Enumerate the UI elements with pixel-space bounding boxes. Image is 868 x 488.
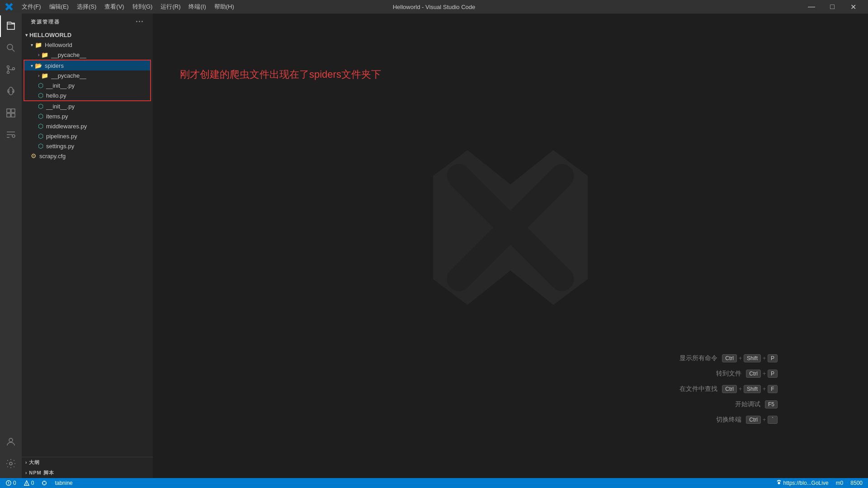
spiders-hello-file[interactable]: ⬡ hello.py bbox=[24, 90, 150, 100]
shortcut-label-1: 转到文件 bbox=[687, 370, 741, 378]
file-icon: ⬡ bbox=[38, 103, 43, 110]
npm-panel-header[interactable]: › NPM 脚本 bbox=[22, 468, 153, 478]
svg-point-15 bbox=[778, 482, 780, 484]
shortcut-keys-3: F5 bbox=[765, 400, 778, 408]
menu-terminal[interactable]: 终端(I) bbox=[185, 2, 209, 12]
plus-3: + bbox=[739, 386, 742, 392]
status-sync[interactable] bbox=[39, 480, 49, 486]
status-tabnine[interactable]: tabnine bbox=[53, 480, 74, 486]
shortcut-label-2: 在文件中查找 bbox=[663, 385, 717, 393]
maximize-button[interactable]: □ bbox=[822, 0, 843, 14]
activity-debug[interactable] bbox=[0, 80, 22, 102]
status-ln[interactable]: m0 bbox=[834, 480, 845, 486]
init-file[interactable]: ⬡ __init__.py bbox=[22, 101, 153, 111]
plus-4: + bbox=[763, 386, 766, 392]
key-shift-0: Shift bbox=[744, 354, 761, 362]
key-ctrl-2: Ctrl bbox=[722, 385, 737, 393]
spiders-pycache-label: __pycache__ bbox=[51, 72, 86, 79]
spiders-hello-label: hello.py bbox=[46, 92, 66, 99]
scrapy-cfg-file[interactable]: ⚙ scrapy.cfg bbox=[22, 151, 153, 161]
pipelines-label: pipelines.py bbox=[46, 133, 77, 140]
shortcut-row-4: 切换终端 Ctrl + ` bbox=[663, 416, 778, 424]
folder-icon: 📁 bbox=[41, 72, 48, 79]
spiders-init-file[interactable]: ⬡ __init__.py bbox=[24, 80, 150, 90]
svg-point-10 bbox=[9, 462, 12, 465]
port-label: 8500 bbox=[850, 480, 863, 486]
items-file[interactable]: ⬡ items.py bbox=[22, 111, 153, 121]
file-icon: ⬡ bbox=[38, 142, 43, 150]
chevron-right-icon: › bbox=[25, 470, 27, 475]
npm-label: NPM 脚本 bbox=[29, 469, 54, 476]
ln-label: m0 bbox=[836, 480, 844, 486]
shortcuts-panel: 显示所有命令 Ctrl + Shift + P 转到文件 Ctrl + bbox=[663, 354, 778, 424]
close-button[interactable]: ✕ bbox=[843, 0, 863, 14]
svg-point-8 bbox=[12, 135, 15, 137]
shortcut-row-0: 显示所有命令 Ctrl + Shift + P bbox=[663, 354, 778, 362]
sidebar-more-button[interactable]: ··· bbox=[136, 17, 144, 27]
menu-view[interactable]: 查看(V) bbox=[101, 2, 127, 12]
menu-help[interactable]: 帮助(H) bbox=[211, 2, 238, 12]
middlewares-file[interactable]: ⬡ middlewares.py bbox=[22, 121, 153, 131]
svg-point-1 bbox=[7, 66, 9, 68]
files-icon bbox=[6, 21, 17, 32]
file-icon: ⬡ bbox=[38, 92, 43, 99]
status-bar: 0 0 tabnine https://blo...GoLive bbox=[0, 478, 868, 488]
svg-point-2 bbox=[7, 71, 9, 74]
title-bar: 文件(F) 编辑(E) 选择(S) 查看(V) 转到(G) 运行(R) 终端(I… bbox=[0, 0, 868, 14]
menu-edit[interactable]: 编辑(E) bbox=[46, 2, 72, 12]
activity-remote[interactable] bbox=[0, 124, 22, 145]
sidebar-panels: › 大纲 › NPM 脚本 bbox=[22, 457, 153, 478]
activity-source-control[interactable] bbox=[0, 59, 22, 80]
root-label: HELLOWORLD bbox=[29, 32, 71, 38]
settings-file[interactable]: ⬡ settings.py bbox=[22, 141, 153, 151]
activity-settings[interactable] bbox=[0, 453, 22, 474]
explorer-content: ▾ HELLOWORLD ▾ 📁 Helloworld › 📁 __pycach… bbox=[22, 30, 153, 457]
shortcut-row-3: 开始调试 F5 bbox=[663, 400, 778, 408]
key-backtick-4: ` bbox=[768, 416, 778, 424]
account-icon bbox=[5, 436, 16, 447]
tabnine-label: tabnine bbox=[55, 480, 72, 486]
plus-2: + bbox=[763, 371, 766, 377]
vscode-bg-logo bbox=[425, 142, 596, 314]
chevron-right-icon: › bbox=[38, 73, 39, 78]
annotation-text: 刚才创建的爬虫文件出现在了spiders文件夹下 bbox=[180, 68, 381, 81]
sidebar-header: 资源管理器 ··· bbox=[22, 14, 153, 30]
window-controls: — □ ✕ bbox=[801, 0, 863, 14]
folder-open-icon: 📂 bbox=[35, 62, 42, 69]
svg-rect-4 bbox=[7, 109, 10, 113]
source-control-icon bbox=[5, 64, 16, 75]
helloworld-root-header[interactable]: ▾ HELLOWORLD bbox=[22, 30, 153, 40]
outline-panel-header[interactable]: › 大纲 bbox=[22, 457, 153, 468]
activity-explorer[interactable] bbox=[0, 15, 22, 37]
pipelines-file[interactable]: ⬡ pipelines.py bbox=[22, 131, 153, 141]
shortcut-label-3: 开始调试 bbox=[706, 400, 760, 408]
activity-extensions[interactable] bbox=[0, 102, 22, 124]
spiders-pycache-folder[interactable]: › 📁 __pycache__ bbox=[24, 70, 150, 80]
activity-search[interactable] bbox=[0, 37, 22, 59]
menu-run[interactable]: 运行(R) bbox=[157, 2, 184, 12]
spiders-label: spiders bbox=[45, 62, 64, 69]
activity-account[interactable] bbox=[0, 431, 22, 453]
helloworld-folder[interactable]: ▾ 📁 Helloworld bbox=[22, 40, 153, 50]
menu-goto[interactable]: 转到(G) bbox=[129, 2, 156, 12]
activity-bottom bbox=[0, 431, 22, 478]
spiders-folder[interactable]: ▾ 📂 spiders bbox=[24, 61, 150, 70]
menu-select[interactable]: 选择(S) bbox=[73, 2, 100, 12]
welcome-screen: 刚才创建的爬虫文件出现在了spiders文件夹下 显示所有命令 Ctrl + S… bbox=[153, 14, 868, 478]
svg-point-0 bbox=[7, 44, 13, 50]
shortcut-keys-2: Ctrl + Shift + F bbox=[722, 385, 778, 393]
error-icon bbox=[5, 480, 12, 486]
vscode-watermark bbox=[425, 142, 596, 315]
pycache-root-folder[interactable]: › 📁 __pycache__ bbox=[22, 50, 153, 60]
status-warnings[interactable]: 0 bbox=[22, 480, 36, 486]
helloworld-label: Helloworld bbox=[45, 42, 72, 48]
status-errors[interactable]: 0 bbox=[4, 480, 18, 486]
shortcut-row-2: 在文件中查找 Ctrl + Shift + F bbox=[663, 385, 778, 393]
svg-rect-6 bbox=[7, 113, 10, 117]
status-port[interactable]: 8500 bbox=[849, 480, 864, 486]
key-ctrl-0: Ctrl bbox=[722, 354, 737, 362]
broadcast-icon bbox=[776, 480, 782, 486]
minimize-button[interactable]: — bbox=[801, 0, 822, 14]
status-golive[interactable]: https://blo...GoLive bbox=[774, 480, 830, 486]
menu-file[interactable]: 文件(F) bbox=[18, 2, 45, 12]
